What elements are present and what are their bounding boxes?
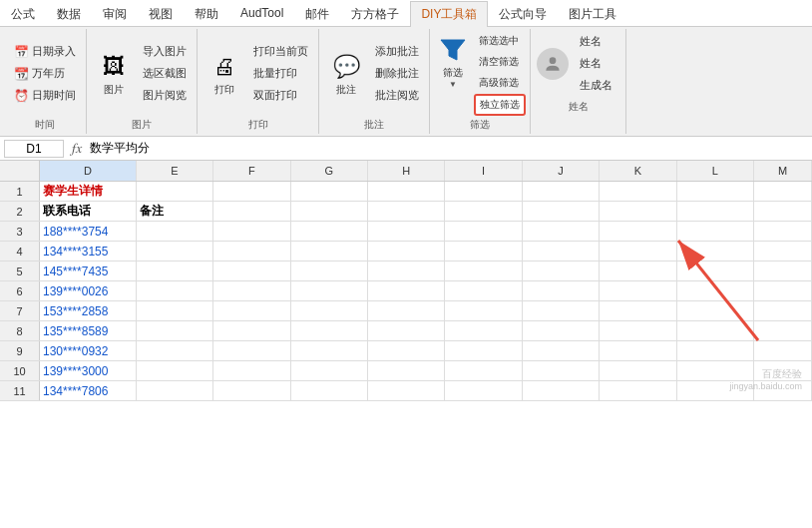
tab-picture-tools[interactable]: 图片工具 <box>558 1 627 27</box>
sheet-body: 1 赛学生详情 2 联系电话 备注 <box>0 182 812 401</box>
cell-i2[interactable] <box>445 202 522 221</box>
cell-l2[interactable] <box>677 202 754 221</box>
watermark: 百度经验 jingyan.baidu.com <box>729 367 802 391</box>
tab-data[interactable]: 数据 <box>46 1 92 27</box>
cell-d2[interactable]: 联系电话 <box>40 202 137 221</box>
cell-i1[interactable] <box>445 182 522 201</box>
group-annot-label: 批注 <box>364 116 384 132</box>
col-header-m: M <box>754 161 812 181</box>
btn-duplex-print[interactable]: 双面打印 <box>249 85 312 106</box>
btn-add-annot[interactable]: 添加批注 <box>371 41 423 62</box>
cell-d6[interactable]: 139****0026 <box>40 281 137 300</box>
cell-d10[interactable]: 139****3000 <box>40 361 137 380</box>
btn-advanced-filter[interactable]: 高级筛选 <box>474 73 526 93</box>
filter-main-label: 筛选 <box>443 66 463 80</box>
cell-j1[interactable] <box>523 182 600 201</box>
svg-point-1 <box>550 57 557 64</box>
cell-g1[interactable] <box>291 182 368 201</box>
group-annot: 💬 批注 添加批注 删除批注 批注阅览 批注 <box>319 29 430 134</box>
cell-e1[interactable] <box>137 182 213 201</box>
btn-filter-selected[interactable]: 筛选选中 <box>474 31 526 51</box>
btn-name1[interactable]: 姓名 <box>573 31 619 52</box>
col-headers: D E F G H I J K L M <box>0 161 812 182</box>
cell-m1[interactable] <box>754 182 812 201</box>
picture-icon: 🖼 <box>98 51 130 83</box>
cell-l1[interactable] <box>677 182 754 201</box>
btn-print-current[interactable]: 打印当前页 <box>249 41 312 62</box>
svg-marker-0 <box>441 40 465 60</box>
group-time-label: 时间 <box>35 116 55 132</box>
btn-name2[interactable]: 姓名 <box>573 53 619 74</box>
formula-input[interactable] <box>86 142 808 156</box>
tab-formula[interactable]: 公式 <box>0 1 46 27</box>
cell-k1[interactable] <box>600 182 676 201</box>
cell-d11[interactable]: 134****7806 <box>40 381 137 400</box>
cell-d7[interactable]: 153****2858 <box>40 301 137 320</box>
btn-del-annot[interactable]: 删除批注 <box>371 63 423 84</box>
btn-import-picture[interactable]: 导入图片 <box>139 41 191 62</box>
cell-d9[interactable]: 130****0932 <box>40 341 137 360</box>
cell-reference[interactable] <box>4 140 64 158</box>
cell-k2[interactable] <box>600 202 676 221</box>
col-header-k: K <box>600 161 676 181</box>
btn-filter-main[interactable]: 筛选 ▼ <box>434 31 472 116</box>
tab-help[interactable]: 帮助 <box>184 1 229 27</box>
cell-d4[interactable]: 134****3155 <box>40 242 137 261</box>
calendar-icon: 📅 <box>14 45 29 59</box>
tab-view[interactable]: 视图 <box>138 1 184 27</box>
cell-g2[interactable] <box>291 202 368 221</box>
table-row: 9 130****0932 <box>0 341 812 361</box>
btn-picture[interactable]: 🖼 图片 <box>93 48 135 100</box>
print-icon: 🖨 <box>208 51 240 83</box>
person-icon <box>537 48 569 80</box>
btn-independent-filter[interactable]: 独立筛选 <box>474 94 526 116</box>
tab-audtool[interactable]: AudTool <box>229 1 294 27</box>
cell-f1[interactable] <box>213 182 290 201</box>
btn-select-screenshot[interactable]: 选区截图 <box>139 63 191 84</box>
table-row: 2 联系电话 备注 <box>0 202 812 222</box>
col-header-d: D <box>40 161 137 181</box>
cell-j2[interactable] <box>523 202 600 221</box>
tab-mail[interactable]: 邮件 <box>294 1 340 27</box>
table-row: 8 135****8589 <box>0 321 812 341</box>
table-row: 6 139****0026 <box>0 281 812 301</box>
btn-datetime[interactable]: ⏰ 日期时间 <box>10 85 80 106</box>
annot-icon: 💬 <box>330 51 362 83</box>
btn-print[interactable]: 🖨 打印 <box>203 48 245 100</box>
col-header-e: E <box>137 161 213 181</box>
col-header-i: I <box>445 161 522 181</box>
group-filter-label: 筛选 <box>470 116 490 132</box>
group-print: 🖨 打印 打印当前页 批量打印 双面打印 打印 <box>198 29 319 134</box>
cell-d1[interactable]: 赛学生详情 <box>40 182 137 201</box>
group-picture-label: 图片 <box>132 116 152 132</box>
btn-annot[interactable]: 💬 批注 <box>325 48 367 100</box>
btn-clear-filter[interactable]: 清空筛选 <box>474 52 526 72</box>
cell-h1[interactable] <box>368 182 445 201</box>
cell-m2[interactable] <box>754 202 812 221</box>
cell-d3[interactable]: 188****3754 <box>40 222 137 241</box>
btn-perpetual-calendar[interactable]: 📆 万年历 <box>10 63 80 84</box>
tab-formula-wizard[interactable]: 公式向导 <box>488 1 558 27</box>
tab-fangfang[interactable]: 方方格子 <box>340 1 410 27</box>
btn-annot-view[interactable]: 批注阅览 <box>371 85 423 106</box>
spreadsheet-container: D E F G H I J K L M 1 赛学生详情 <box>0 161 812 401</box>
btn-generate-name[interactable]: 生成名 <box>573 75 619 96</box>
cell-e2[interactable]: 备注 <box>137 202 213 221</box>
btn-date-input[interactable]: 📅 日期录入 <box>10 41 80 62</box>
btn-picture-view[interactable]: 图片阅览 <box>139 85 191 106</box>
tab-review[interactable]: 审阅 <box>92 1 138 27</box>
table-row: 7 153****2858 <box>0 301 812 321</box>
btn-batch-print[interactable]: 批量打印 <box>249 63 312 84</box>
cell-h2[interactable] <box>368 202 445 221</box>
col-header-h: H <box>368 161 445 181</box>
cell-d5[interactable]: 145****7435 <box>40 262 137 280</box>
table-row: 1 赛学生详情 <box>0 182 812 202</box>
formula-fx-icon[interactable]: 𝑓𝑥 <box>72 140 82 157</box>
cell-f2[interactable] <box>213 202 290 221</box>
formula-bar: 𝑓𝑥 <box>0 137 812 161</box>
tab-diy[interactable]: DIY工具箱 <box>410 1 488 27</box>
spreadsheet: D E F G H I J K L M 1 赛学生详情 <box>0 161 812 401</box>
clock-icon: ⏰ <box>14 89 29 103</box>
cell-d8[interactable]: 135****8589 <box>40 321 137 340</box>
col-header-j: J <box>523 161 600 181</box>
